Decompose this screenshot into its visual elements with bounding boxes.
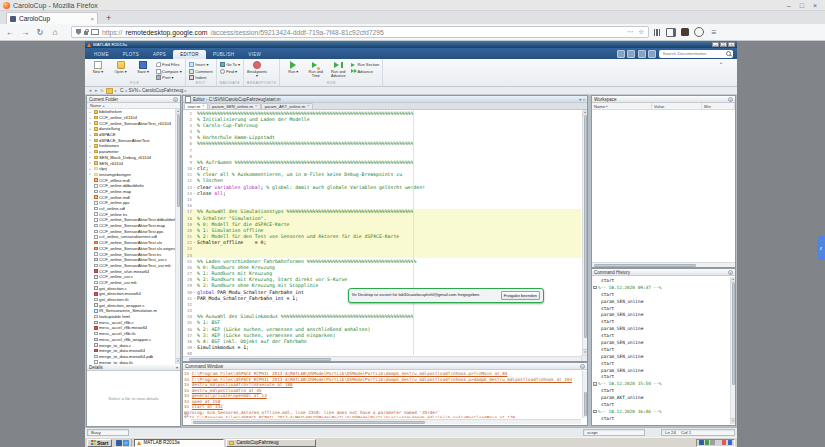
scrollbar-thumb[interactable] xyxy=(177,115,180,207)
file-row[interactable]: +CCF_online_SensorAktorTest_r61104 xyxy=(87,120,175,126)
help-icon[interactable] xyxy=(648,50,656,58)
toolbar-button-new[interactable]: New ▾ xyxy=(88,60,108,80)
history-command[interactable]: start xyxy=(592,305,730,312)
collapse-node-icon[interactable]: + xyxy=(593,410,597,414)
new-tab-button[interactable]: + xyxy=(106,13,111,23)
forward-icon[interactable]: → xyxy=(20,27,30,37)
ribbon-tab-plots[interactable]: PLOTS xyxy=(116,50,146,59)
file-row[interactable]: CCF_online_SensorAktorTest.ppc xyxy=(87,228,175,234)
scrollbar-thumb[interactable] xyxy=(189,358,331,361)
scrollbar-thumb[interactable] xyxy=(584,392,587,416)
tray-icon[interactable] xyxy=(705,440,710,445)
profile-icon[interactable] xyxy=(694,27,704,37)
taskbar-button-carolocupfahrzeug[interactable]: CaroloCupFahrzeug xyxy=(226,439,316,447)
tray-icon[interactable] xyxy=(699,440,704,445)
history-command[interactable]: start xyxy=(592,401,730,408)
tracking-shield-icon[interactable] xyxy=(76,29,81,35)
expand-icon[interactable]: + xyxy=(89,121,92,125)
scrollbar-thumb[interactable] xyxy=(193,421,425,424)
details-header[interactable]: Details ▾ xyxy=(87,364,180,371)
expand-icon[interactable]: + xyxy=(89,150,92,154)
ribbon-tab-editor[interactable]: EDITOR xyxy=(173,50,206,59)
toolbar-button-run-and-time[interactable]: Run and Time xyxy=(306,60,326,80)
stack-link[interactable]: open at 158 xyxy=(192,399,220,404)
search-documentation-input[interactable] xyxy=(661,50,725,57)
panel-menu-icon[interactable]: ▾ xyxy=(728,97,733,102)
workspace-hscrollbar[interactable] xyxy=(592,262,735,267)
close-tab-icon[interactable]: × xyxy=(307,104,309,108)
nav-back-icon[interactable]: ◄ xyxy=(88,88,92,93)
toolbar-button-advance[interactable]: Advance xyxy=(351,69,379,74)
window-close-icon[interactable]: × xyxy=(813,2,817,9)
menu-icon[interactable]: ≡ xyxy=(709,27,719,37)
stack-link[interactable]: C:\Program Files\dSPACE RCPHIL 2013-A\MA… xyxy=(197,415,515,418)
file-row[interactable]: CCF_online_SensorAktorTest.slx xyxy=(87,240,175,246)
history-timestamp[interactable]: +%-- 18.12.2020 09:37 --% xyxy=(592,284,730,291)
expand-icon[interactable]: + xyxy=(89,167,92,171)
expand-icon[interactable]: + xyxy=(89,172,92,176)
expand-icon[interactable]: + xyxy=(89,110,92,114)
history-command[interactable]: start xyxy=(592,387,730,394)
history-command[interactable]: start xyxy=(592,360,730,367)
expand-icon[interactable]: + xyxy=(89,161,92,165)
expand-icon[interactable]: + xyxy=(89,127,92,131)
expand-icon[interactable]: + xyxy=(89,116,92,120)
home-icon[interactable]: ⌂ xyxy=(50,27,60,37)
expand-icon[interactable]: + xyxy=(89,138,92,142)
breadcrumb-segment[interactable]: CaroloCupFahrzeug xyxy=(141,88,184,93)
stack-link[interactable]: destru_mdlpostloadfcn at 45 xyxy=(192,388,262,393)
stack-link[interactable]: general\private\openmdl at 13 xyxy=(192,393,267,398)
breadcrumb-segment[interactable]: SVN xyxy=(128,88,139,93)
editor-tab-start-m[interactable]: start.m× xyxy=(184,103,208,110)
file-row[interactable]: CCF_online_SensorAktorTest_usr.c xyxy=(87,257,175,263)
tray-icon[interactable] xyxy=(722,440,727,445)
history-command[interactable]: start xyxy=(592,415,730,422)
quick-launch-icon[interactable] xyxy=(116,440,122,446)
folder-icon[interactable] xyxy=(106,88,113,94)
window-minimize-icon[interactable]: – xyxy=(787,2,791,9)
breadcrumb-segment[interactable]: C: xyxy=(119,88,126,93)
editor-tab-param-sen-online-m[interactable]: param_SEN_online.m× xyxy=(209,103,261,110)
toolbar-button-find[interactable]: Find ▾ xyxy=(220,69,240,74)
history-command[interactable]: start xyxy=(592,277,730,284)
scrollbar-thumb[interactable] xyxy=(584,116,587,338)
workspace-column-min[interactable]: Min xyxy=(702,103,735,109)
history-command[interactable]: param_SEN_online xyxy=(592,311,730,318)
panel-menu-icon[interactable]: ▾ xyxy=(173,97,178,102)
history-command[interactable]: param_SEN_online xyxy=(592,367,730,374)
history-command[interactable]: param_SEN_online xyxy=(592,325,730,332)
command-window-output[interactable]: In C:\Program Files\dSPACE RCPHIL 2013-A… xyxy=(184,371,581,418)
history-command[interactable]: start xyxy=(592,332,730,339)
stack-link[interactable]: start at 332 xyxy=(192,404,223,409)
extension-icon[interactable] xyxy=(681,28,689,36)
toolbar-button-run-section[interactable]: Run Section xyxy=(351,62,379,67)
ribbon-tab-apps[interactable]: APPS xyxy=(146,50,173,59)
collapse-details-icon[interactable]: ▾ xyxy=(176,365,178,370)
close-tab-icon[interactable]: × xyxy=(202,104,204,108)
browser-tab-carolocup[interactable]: CaroloCup × xyxy=(6,12,98,24)
scrollbar-thumb[interactable] xyxy=(594,264,696,267)
tray-icon[interactable] xyxy=(710,440,715,445)
documentation-search[interactable] xyxy=(659,50,733,58)
toolbar-button-breakpoints[interactable]: Breakpoints ▾ xyxy=(247,60,267,80)
lock-icon[interactable] xyxy=(84,31,88,34)
ribbon-tab-home[interactable]: HOME xyxy=(87,50,116,59)
file-row[interactable]: CCF_online_SensorAktorTest.map xyxy=(87,223,175,229)
quick-access-icon[interactable] xyxy=(638,50,646,58)
toolbar-button-run-and-advance[interactable]: Run and Advance xyxy=(328,60,348,80)
expand-icon[interactable]: + xyxy=(89,144,92,148)
toolbar-button-comment[interactable]: Comment xyxy=(189,69,213,74)
toolbar-button-compare[interactable]: Compare ▾ xyxy=(156,69,182,74)
file-list-scrollbar[interactable]: ▲ ▼ xyxy=(175,109,180,364)
expand-icon[interactable]: + xyxy=(89,133,92,137)
screen-share-permission-icon[interactable] xyxy=(91,29,99,35)
file-row[interactable]: CCF_online_SensorAktorTest.ddbuildinfo xyxy=(87,217,175,223)
collapse-node-icon[interactable]: + xyxy=(593,382,597,386)
matlab-minimize-icon[interactable]: – xyxy=(712,42,719,47)
history-command[interactable]: param_AKT_online xyxy=(592,394,730,401)
history-timestamp[interactable]: +%-- 18.12.2020 16:46 --% xyxy=(592,408,730,415)
scrollbar-thumb[interactable] xyxy=(732,283,735,385)
scroll-down-icon[interactable]: ▼ xyxy=(731,418,735,424)
nav-forward-icon[interactable]: ► xyxy=(94,88,98,93)
close-tab-icon[interactable]: × xyxy=(90,16,94,22)
